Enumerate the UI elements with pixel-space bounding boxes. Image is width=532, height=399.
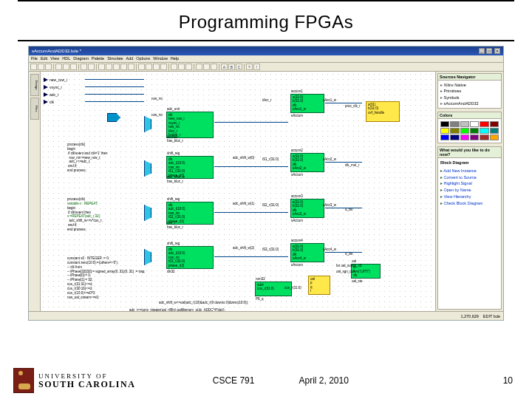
schematic-block[interactable]: shift_regclkadc_i(10:0)row_rstiS2_r(31:0…	[166, 202, 214, 225]
action-link[interactable]: Open by Name	[440, 187, 499, 194]
schematic-block[interactable]: adc_unitclknew_row_ivsync_irow_rstiAcc_r…	[166, 112, 214, 138]
tree-item[interactable]: Xilinx Native	[440, 82, 499, 88]
wire[interactable]	[85, 86, 144, 87]
toolbar-C-icon[interactable]: C	[236, 64, 242, 70]
input-port[interactable]: new_row_i	[44, 78, 67, 81]
menu-help[interactable]: Help	[171, 56, 179, 61]
schematic-block[interactable]: accum2a(31:0)b(31:0)clksAcc2_wsAccum	[290, 153, 324, 172]
menu-add[interactable]: Add	[126, 56, 134, 61]
logic-gate[interactable]	[107, 113, 120, 122]
schematic-block[interactable]: shift_regclkadc_i(10:0)row_rstiS1_r(31:0…	[166, 156, 214, 179]
toolbar-net-icon[interactable]	[120, 64, 127, 70]
color-swatch[interactable]	[460, 128, 469, 134]
wire[interactable]	[325, 162, 362, 163]
wire[interactable]	[214, 166, 288, 167]
toolbar-?-icon[interactable]: ?	[246, 64, 253, 70]
menu-palette[interactable]: Palette	[92, 56, 104, 61]
toolbar-ptr-icon[interactable]	[98, 64, 105, 70]
wire[interactable]	[214, 256, 288, 257]
color-swatch[interactable]	[460, 121, 469, 127]
toolbar-undo-icon[interactable]	[81, 64, 87, 70]
toolbar-save-icon[interactable]	[45, 64, 52, 70]
wire[interactable]	[85, 94, 144, 95]
toolbar-cut-icon[interactable]	[55, 64, 62, 70]
toolbar-open-icon[interactable]	[38, 64, 44, 70]
left-tab-files[interactable]: Files	[30, 98, 39, 120]
menu-file[interactable]: File	[31, 56, 38, 61]
toolbar-bus-icon[interactable]	[113, 64, 120, 70]
menu-hdl[interactable]: HDL	[62, 56, 70, 61]
toolbar-!-icon[interactable]: !	[253, 64, 260, 70]
color-swatches[interactable]	[438, 119, 501, 143]
color-swatch[interactable]	[490, 128, 499, 134]
color-swatch[interactable]	[460, 134, 469, 140]
input-port[interactable]: clk	[44, 100, 54, 103]
color-swatch[interactable]	[490, 121, 499, 127]
wire[interactable]	[325, 252, 362, 253]
note-box[interactable]: a(31)b(31:0)ovf_handle	[366, 101, 400, 122]
schematic-block[interactable]: accum3a(31:0)b(31:0)clksAcc3_wsAccum	[290, 199, 324, 218]
wire[interactable]	[325, 208, 362, 208]
tree-item[interactable]: Primitives	[440, 88, 499, 94]
color-swatch[interactable]	[440, 134, 449, 140]
toolbar-blk-icon[interactable]	[138, 64, 145, 70]
color-swatch[interactable]	[440, 128, 449, 134]
color-swatch[interactable]	[470, 128, 479, 134]
toolbar-drc-icon[interactable]	[196, 64, 202, 70]
toolbar-new-icon[interactable]	[30, 64, 37, 70]
toolbar-B-icon[interactable]: B	[228, 64, 235, 70]
wire[interactable]	[214, 212, 288, 213]
color-swatch[interactable]	[450, 134, 459, 140]
minimize-button[interactable]: _	[479, 48, 485, 54]
color-swatch[interactable]	[480, 128, 488, 134]
toolbar-sim-icon[interactable]	[203, 64, 210, 70]
toolbar-gate-icon[interactable]	[160, 64, 167, 70]
toolbar-redo-icon[interactable]	[88, 64, 95, 70]
toolbar-text-icon[interactable]	[128, 64, 134, 70]
toolbar-zoom--icon[interactable]	[171, 64, 177, 70]
maximize-button[interactable]: □	[486, 48, 492, 54]
color-swatch[interactable]	[450, 128, 459, 134]
toolbar-fit-icon[interactable]	[185, 64, 192, 70]
action-link[interactable]: Check Block Diagram	[440, 200, 499, 207]
action-link[interactable]: Convert to Source	[440, 174, 499, 181]
color-swatch[interactable]	[440, 121, 449, 127]
wire[interactable]	[325, 103, 362, 103]
color-swatch[interactable]	[470, 121, 479, 127]
input-port[interactable]: vsync_i	[44, 85, 62, 89]
tree-item[interactable]: sAccumAndADD32	[440, 100, 499, 106]
action-link[interactable]: Add New Instance	[440, 168, 499, 174]
menu-edit[interactable]: Edit	[41, 56, 47, 61]
close-button[interactable]: ×	[494, 48, 500, 54]
toolbar-A-icon[interactable]: A	[221, 64, 228, 70]
schematic-block[interactable]: accum4a(31:0)b(31:0)clksAcc4_wsAccum	[290, 243, 324, 262]
schematic-block[interactable]: accum1a(31:0)b(31:0)clksAcc1_wsAccum	[290, 94, 324, 113]
wire[interactable]	[214, 122, 288, 123]
toolbar-paste-icon[interactable]	[70, 64, 77, 70]
toolbar-copy-icon[interactable]	[63, 64, 69, 70]
note-box[interactable]: oalpqI	[308, 276, 330, 295]
action-link[interactable]: Highlight Signal	[440, 180, 499, 187]
toolbar-reg-icon[interactable]	[153, 64, 160, 70]
menu-view[interactable]: View	[50, 56, 59, 61]
toolbar-mux-icon[interactable]	[146, 64, 152, 70]
toolbar-synth-icon[interactable]	[211, 64, 217, 70]
mux[interactable]	[144, 205, 151, 221]
input-port[interactable]: adc_i	[44, 92, 58, 96]
toolbar-zoom+-icon[interactable]	[178, 64, 185, 70]
menu-options[interactable]: Options	[136, 56, 150, 61]
color-swatch[interactable]	[490, 134, 499, 140]
toolbar-wire-icon[interactable]	[106, 64, 112, 70]
sources-tree[interactable]: Xilinx NativePrimitivesSymbolssAccumAndA…	[438, 81, 501, 108]
schematic-canvas[interactable]: new_row_ivsync_iadc_iclkadc_unitclknew_r…	[41, 72, 435, 311]
wire[interactable]	[85, 79, 144, 80]
left-tab-design[interactable]: Design	[30, 74, 39, 96]
color-swatch[interactable]	[480, 134, 488, 140]
wire[interactable]	[85, 101, 144, 102]
mux[interactable]	[144, 116, 151, 132]
color-swatch[interactable]	[480, 121, 488, 127]
menu-simulate[interactable]: Simulate	[107, 56, 123, 61]
action-link[interactable]: View Hierarchy	[440, 194, 499, 200]
color-swatch[interactable]	[450, 121, 459, 127]
menu-diagram[interactable]: Diagram	[73, 56, 89, 61]
